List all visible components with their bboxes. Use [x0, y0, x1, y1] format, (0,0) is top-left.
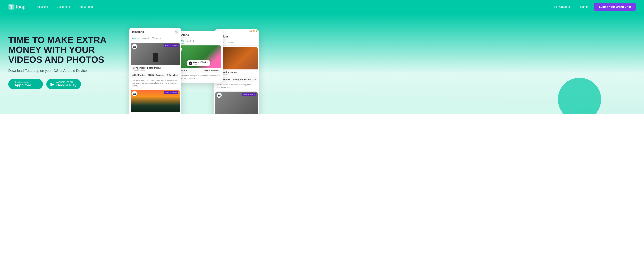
submit-brand-brief-button[interactable]: Submit Your Brand Brief [594, 3, 636, 11]
mission-desc-colors: The world has changed in lieu of the out… [176, 73, 221, 81]
hero-content: TIME TO MAKE EXTRA MONEY WITH YOUR VIDEO… [8, 35, 129, 100]
app-store-big-text: App Store [14, 83, 31, 87]
camera-badge-2: 📷 [132, 91, 137, 96]
navbar: foap Solutions ▾ Customers ▾ About Foap … [0, 0, 644, 14]
mission-card-sunrise: 📷 Premium Mission Sunrises and sunsets o… [131, 90, 180, 114]
tote-badge: T Colors of SpringTotes [187, 60, 210, 66]
nav-customers[interactable]: Customers ▾ [54, 4, 74, 10]
download-buttons: Download on the App Store ▶ ANDROID APP … [8, 79, 129, 89]
premium-badge-smile: Premium Mission [242, 93, 256, 96]
phone-secondary-tabs: Active Joined [174, 38, 223, 44]
foap-logo-icon [8, 4, 14, 10]
mission-name-spring: Celebrating spring [217, 71, 256, 73]
tote-icon: T [189, 61, 192, 65]
teal-bubble [558, 78, 601, 114]
mission-sub-spring: Foap Missions [217, 73, 256, 75]
chevron-down-icon: ▾ [94, 6, 94, 8]
google-play-icon: ▶ [50, 81, 54, 87]
app-store-small-text: Download on the [14, 81, 29, 83]
nav-right: For Creators ▾ Sign In Submit Your Brand… [552, 3, 636, 11]
chevron-down-icon: ▾ [570, 6, 572, 8]
phone-mockup-main: Missions 🔍 Active Joined Winners 📷 Premi… [129, 28, 181, 114]
hero-title: TIME TO MAKE EXTRA MONEY WITH YOUR VIDEO… [8, 35, 129, 65]
mission-name-sunrise: Sunrises and sunsets of our planet [132, 114, 178, 114]
tote-text: Colors of SpringTotes [193, 61, 208, 65]
nav-about[interactable]: About Foap ▾ [76, 4, 97, 10]
google-play-button[interactable]: ▶ ANDROID APP ON Google Play [46, 79, 81, 89]
hero-section: TIME TO MAKE EXTRA MONEY WITH YOUR VIDEO… [0, 14, 644, 114]
google-play-big-text: Google Play [56, 83, 76, 87]
phone-main-title: Missions [132, 30, 144, 33]
hero-subtitle: Download Foap app on your iOS or Android… [8, 69, 129, 73]
nav-solutions[interactable]: Solutions ▾ [34, 4, 52, 10]
mission-name-mono: Monochrome photography [132, 66, 178, 69]
mission-card-colors: 📷 T Colors of SpringTotes 49 Photos 100$… [176, 45, 221, 81]
svg-point-3 [10, 6, 12, 8]
premium-badge-2: Premium Mission [164, 91, 178, 94]
mission-card-smile: 📷 Premium Mission Smile! 😊 Foap Missions [216, 92, 258, 114]
google-play-small-text: ANDROID APP ON [56, 81, 73, 83]
tab-winners[interactable]: Winners [152, 35, 160, 41]
search-icon: 🔍 [174, 30, 178, 34]
svg-rect-4 [9, 5, 10, 6]
nav-links: Solutions ▾ Customers ▾ About Foap ▾ [34, 4, 552, 10]
tab-joined-2[interactable]: Joined [187, 38, 194, 44]
logo[interactable]: foap [8, 4, 26, 10]
phone-mockup-secondary: Missions Active Joined 📷 T Colors of Spr… [174, 31, 223, 83]
tab-joined-3[interactable]: Joined [227, 40, 234, 45]
mission-stats-mono: 4.022 Photos 500$ in Rewards 3 Days Left [131, 72, 180, 78]
hero-phones: Missions 🔍 Active Joined Winners 📷 Premi… [129, 24, 636, 111]
sign-in-button[interactable]: Sign In [577, 4, 591, 10]
camera-badge-5: 📷 [217, 93, 222, 98]
app-store-button[interactable]: Download on the App Store [8, 79, 43, 89]
chevron-down-icon: ▾ [70, 6, 72, 8]
mission-card-mono: 📷 Premium Mission Monochrome photography… [131, 43, 180, 88]
camera-badge: 📷 [132, 44, 137, 49]
logo-text: foap [16, 4, 26, 10]
mission-stats-colors: 49 Photos 100$ in Rewards [176, 68, 221, 73]
tab-active[interactable]: Active [132, 35, 139, 41]
nav-for-creators[interactable]: For Creators ▾ [552, 4, 574, 10]
phone-main-tabs: Active Joined Winners [129, 35, 181, 41]
mission-desc-mono: For those who don't know, monochrome pho… [131, 78, 180, 88]
tab-joined[interactable]: Joined [142, 35, 149, 41]
chevron-down-icon: ▾ [48, 6, 50, 8]
premium-badge: Premium Mission [164, 44, 178, 47]
mission-desc-spring: We're almost in the midst of spring, sta… [216, 82, 258, 90]
mission-sub-mono: Foap Missions [132, 69, 178, 71]
